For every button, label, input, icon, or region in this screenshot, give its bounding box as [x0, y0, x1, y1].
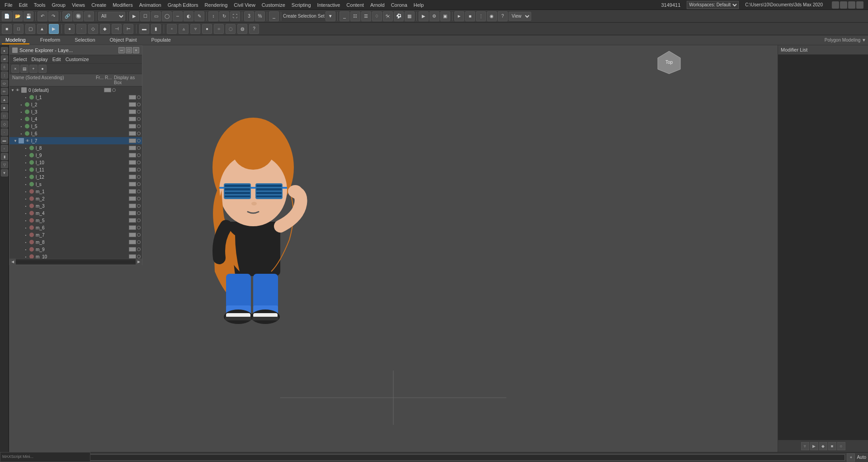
list-item[interactable]: • m_2	[9, 195, 142, 202]
list-item[interactable]: • l_12	[9, 173, 142, 181]
se-close-btn[interactable]: ×	[133, 47, 139, 53]
se-minimize-btn[interactable]: ─	[118, 47, 125, 53]
se-eye-l10[interactable]: •	[23, 160, 28, 165]
tb2-btn14[interactable]: ▫	[167, 24, 177, 34]
se-tb-close[interactable]: ×	[11, 65, 19, 73]
ribbon-tab-freeform[interactable]: Freeform	[37, 36, 64, 44]
se-tb-filter[interactable]: ▤	[20, 65, 28, 73]
save-btn[interactable]: 💾	[24, 11, 33, 21]
list-item[interactable]: ▼ 👁 l_7	[9, 137, 142, 144]
menu-tools[interactable]: Tools	[31, 1, 48, 9]
add-key-btn[interactable]: +	[847, 453, 855, 462]
r-icon-5[interactable]: ○	[837, 442, 845, 450]
left-icon-7[interactable]: ▲	[1, 96, 8, 103]
render-setup-btn[interactable]: ⚙	[429, 11, 439, 21]
left-icon-3[interactable]: ◊	[1, 63, 8, 71]
scroll-track[interactable]	[16, 260, 136, 264]
curve-editor-btn[interactable]: ⏧	[383, 11, 393, 21]
tb2-btn19[interactable]: ◌	[226, 24, 236, 34]
se-edit[interactable]: Edit	[51, 56, 63, 62]
list-item[interactable]: • l_5	[9, 123, 142, 130]
left-icon-2[interactable]: ▰	[1, 55, 8, 62]
list-item[interactable]: • l_s	[9, 181, 142, 188]
list-item[interactable]: • m_9	[9, 246, 142, 253]
render-btn[interactable]: ▶	[419, 11, 429, 21]
rotate-btn[interactable]: ↻	[219, 11, 229, 21]
se-eye-m10[interactable]: •	[23, 254, 28, 258]
se-row-default-layer[interactable]: ▼ 👁 0 (default)	[9, 86, 142, 94]
list-item[interactable]: • m_8	[9, 238, 142, 246]
render-frame-btn[interactable]: ▣	[440, 11, 450, 21]
tb2-btn17[interactable]: ●	[202, 24, 212, 34]
fence-select-btn[interactable]: ⎼	[173, 11, 183, 21]
tb2-btn21[interactable]: ?	[249, 24, 259, 34]
list-item[interactable]: • m_7	[9, 231, 142, 238]
list-item[interactable]: • l_3	[9, 108, 142, 115]
se-eye-l11[interactable]: •	[23, 167, 28, 172]
se-eye-m1[interactable]: •	[23, 189, 28, 194]
list-item[interactable]: • l_9	[9, 152, 142, 159]
list-item[interactable]: • l_4	[9, 115, 142, 123]
se-eye-m6[interactable]: •	[23, 225, 28, 230]
se-eye-m2[interactable]: •	[23, 196, 28, 201]
tb2-btn11[interactable]: ⊢	[123, 24, 133, 34]
open-btn[interactable]: 📂	[13, 11, 23, 21]
tb2-btn2[interactable]: □	[14, 24, 24, 34]
se-tb-add-layer[interactable]: +	[29, 65, 38, 73]
nav-cube[interactable]: Top	[656, 49, 683, 76]
left-icon-14[interactable]: ▮	[1, 153, 8, 160]
material-btn[interactable]: ♢	[372, 11, 382, 21]
tb2-btn7[interactable]: ⋅	[76, 24, 86, 34]
icon-1[interactable]	[832, 1, 839, 9]
left-icon-4[interactable]: ⋮	[1, 71, 8, 79]
move-btn[interactable]: ↕	[208, 11, 218, 21]
menu-modifiers[interactable]: Modifiers	[110, 1, 136, 9]
list-item[interactable]: • l_11	[9, 166, 142, 173]
se-eye-0[interactable]: 👁	[15, 87, 20, 93]
left-icon-6[interactable]: ✏	[1, 88, 8, 95]
maxscript-panel[interactable]: MAXScript Mini...	[0, 452, 90, 462]
nav-cube-svg[interactable]: Top	[656, 49, 683, 76]
list-item[interactable]: • l_6	[9, 130, 142, 137]
menu-arnold[interactable]: Arnold	[368, 1, 387, 9]
select-btn[interactable]: ▶	[129, 11, 139, 21]
create-selection-btn[interactable]: ▼	[326, 11, 335, 21]
se-maximize-btn[interactable]: □	[126, 47, 132, 53]
se-eye-m5[interactable]: •	[23, 218, 28, 223]
help-btn[interactable]: ?	[498, 11, 508, 21]
scroll-right-arrow[interactable]: ▶	[136, 259, 142, 265]
icon-3[interactable]	[848, 1, 855, 9]
left-icon-1[interactable]: ●	[1, 47, 8, 54]
menu-content[interactable]: Content	[344, 1, 367, 9]
filter-dropdown[interactable]: All	[98, 12, 125, 21]
se-eye-ls[interactable]: •	[23, 181, 28, 187]
se-eye-l3[interactable]: •	[19, 109, 24, 114]
ribbon-tab-object-paint[interactable]: Object Paint	[106, 36, 141, 44]
rect-select-btn[interactable]: ▭	[151, 11, 161, 21]
r-icon-3[interactable]: ◆	[819, 442, 827, 450]
menu-file[interactable]: File	[2, 1, 15, 9]
tb2-btn10[interactable]: ⊣	[112, 24, 122, 34]
icon-4[interactable]	[856, 1, 863, 9]
se-toggle-0[interactable]: ▼	[10, 88, 15, 92]
scroll-left-arrow[interactable]: ◀	[9, 259, 16, 265]
extra-btn-1[interactable]: ►	[454, 11, 464, 21]
list-item[interactable]: • m_3	[9, 202, 142, 210]
tb2-btn15[interactable]: ▵	[179, 24, 189, 34]
viewport-container[interactable]: [+] [Perspective] [Standard] [Default Sh…	[9, 45, 778, 452]
align-btn[interactable]: ⎯	[340, 11, 349, 21]
list-item[interactable]: • m_1	[9, 188, 142, 195]
tb2-btn13[interactable]: ▮	[151, 24, 161, 34]
tb2-btn20[interactable]: ◍	[237, 24, 247, 34]
extra-btn-2[interactable]: ■	[465, 11, 475, 21]
paint-select-btn[interactable]: ✎	[194, 11, 204, 21]
ribbon-tab-modeling[interactable]: Modeling	[2, 36, 29, 44]
extra-btn-4[interactable]: ◉	[487, 11, 497, 21]
menu-scripting[interactable]: Scripting	[289, 1, 314, 9]
unlink-btn[interactable]: 🔘	[73, 11, 83, 21]
se-scrollbar[interactable]: ◀ ▶	[9, 258, 142, 265]
new-file-btn[interactable]: 📄	[2, 11, 12, 21]
menu-corona[interactable]: Corona	[388, 1, 410, 9]
left-icon-12[interactable]: ▬	[1, 137, 8, 144]
time-slider[interactable]	[61, 454, 845, 461]
